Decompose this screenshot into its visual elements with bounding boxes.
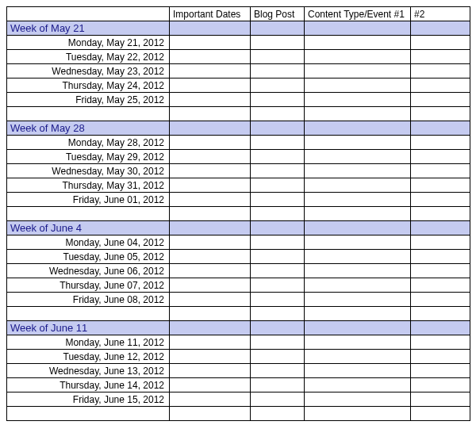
cell[interactable] [305, 335, 411, 350]
cell[interactable] [305, 392, 411, 407]
cell[interactable] [170, 350, 251, 364]
cell[interactable] [251, 193, 305, 207]
cell[interactable] [170, 50, 251, 64]
cell[interactable] [251, 221, 305, 235]
cell[interactable] [305, 264, 411, 278]
cell[interactable] [411, 107, 470, 121]
cell[interactable] [170, 150, 251, 164]
cell[interactable] [251, 321, 305, 335]
cell[interactable] [7, 407, 170, 421]
cell[interactable] [251, 278, 305, 293]
cell[interactable] [251, 21, 305, 36]
cell[interactable] [251, 93, 305, 107]
cell[interactable] [305, 321, 411, 335]
cell[interactable] [251, 235, 305, 250]
cell[interactable] [305, 121, 411, 136]
cell[interactable] [305, 93, 411, 107]
cell[interactable] [170, 207, 251, 221]
cell[interactable] [251, 264, 305, 278]
cell[interactable] [251, 150, 305, 164]
cell[interactable] [170, 121, 251, 136]
cell[interactable] [411, 78, 470, 93]
cell[interactable] [251, 78, 305, 93]
cell[interactable] [411, 21, 470, 36]
cell[interactable] [411, 178, 470, 193]
cell[interactable] [411, 207, 470, 221]
cell[interactable] [170, 278, 251, 293]
cell[interactable] [251, 364, 305, 378]
cell[interactable] [251, 178, 305, 193]
cell[interactable] [170, 36, 251, 50]
cell[interactable] [170, 307, 251, 321]
cell[interactable] [7, 307, 170, 321]
cell[interactable] [305, 164, 411, 178]
cell[interactable] [170, 164, 251, 178]
cell[interactable] [305, 178, 411, 193]
cell[interactable] [251, 107, 305, 121]
cell[interactable] [411, 350, 470, 364]
cell[interactable] [411, 164, 470, 178]
cell[interactable] [411, 250, 470, 264]
cell[interactable] [305, 107, 411, 121]
cell[interactable] [411, 321, 470, 335]
cell[interactable] [411, 221, 470, 235]
cell[interactable] [170, 178, 251, 193]
cell[interactable] [251, 64, 305, 78]
cell[interactable] [251, 378, 305, 392]
cell[interactable] [7, 207, 170, 221]
cell[interactable] [411, 121, 470, 136]
cell[interactable] [251, 136, 305, 150]
cell[interactable] [305, 364, 411, 378]
cell[interactable] [411, 64, 470, 78]
cell[interactable] [305, 250, 411, 264]
cell[interactable] [7, 107, 170, 121]
cell[interactable] [170, 364, 251, 378]
cell[interactable] [251, 307, 305, 321]
cell[interactable] [305, 36, 411, 50]
cell[interactable] [170, 193, 251, 207]
cell[interactable] [170, 21, 251, 36]
cell[interactable] [170, 221, 251, 235]
cell[interactable] [411, 93, 470, 107]
cell[interactable] [170, 107, 251, 121]
cell[interactable] [411, 335, 470, 350]
cell[interactable] [251, 50, 305, 64]
cell[interactable] [251, 293, 305, 307]
cell[interactable] [411, 392, 470, 407]
cell[interactable] [411, 293, 470, 307]
cell[interactable] [251, 207, 305, 221]
cell[interactable] [251, 392, 305, 407]
cell[interactable] [251, 350, 305, 364]
cell[interactable] [411, 278, 470, 293]
cell[interactable] [251, 407, 305, 421]
cell[interactable] [305, 64, 411, 78]
cell[interactable] [170, 136, 251, 150]
cell[interactable] [305, 193, 411, 207]
cell[interactable] [305, 350, 411, 364]
cell[interactable] [305, 78, 411, 93]
cell[interactable] [251, 121, 305, 136]
cell[interactable] [305, 207, 411, 221]
cell[interactable] [170, 321, 251, 335]
cell[interactable] [170, 235, 251, 250]
cell[interactable] [411, 136, 470, 150]
cell[interactable] [411, 307, 470, 321]
cell[interactable] [305, 150, 411, 164]
cell[interactable] [170, 93, 251, 107]
cell[interactable] [305, 50, 411, 64]
cell[interactable] [305, 221, 411, 235]
cell[interactable] [305, 21, 411, 36]
cell[interactable] [170, 250, 251, 264]
cell[interactable] [411, 407, 470, 421]
cell[interactable] [251, 164, 305, 178]
cell[interactable] [305, 378, 411, 392]
cell[interactable] [251, 36, 305, 50]
cell[interactable] [251, 250, 305, 264]
cell[interactable] [411, 193, 470, 207]
cell[interactable] [411, 235, 470, 250]
cell[interactable] [305, 407, 411, 421]
cell[interactable] [411, 264, 470, 278]
cell[interactable] [411, 50, 470, 64]
cell[interactable] [170, 78, 251, 93]
cell[interactable] [170, 64, 251, 78]
